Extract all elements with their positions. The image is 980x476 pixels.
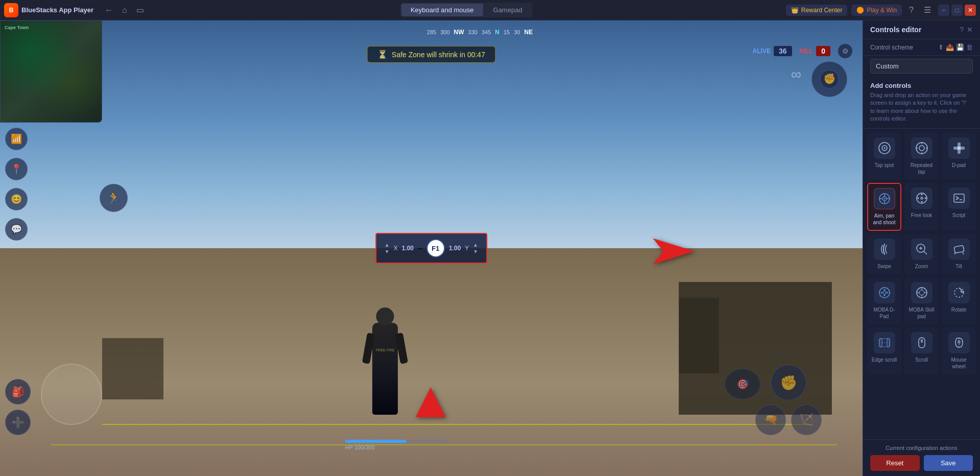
arrow-up-x: ▲ [385,242,390,248]
tab-keyboard-mouse[interactable]: Keyboard and mouse [401,4,483,16]
svg-rect-9 [958,147,961,150]
add-controls-title: Add controls [870,82,973,89]
scheme-select[interactable]: Custom [870,59,973,74]
character: FREE FIRE [362,323,408,425]
maximize-button[interactable]: □ [951,5,963,16]
minimize-button[interactable]: − [938,5,949,16]
kill-value: 0 [816,46,830,56]
control-dpad[interactable]: D-pad [942,133,976,180]
y-label: Y [465,245,469,252]
building-left [102,338,163,399]
joystick-area[interactable] [41,364,102,425]
export-icon[interactable]: 📤 [946,43,954,51]
config-label: Current configuration actions [870,445,973,451]
key-badge: F1 [426,239,445,257]
panel-header-icons: ? ✕ [960,26,973,34]
alive-label: ALIVE [753,47,771,55]
location-icon[interactable]: 📍 [5,158,28,180]
moba-skill-icon [911,282,933,303]
edge-scroll-icon [874,332,895,353]
swipe-label: Swipe [877,263,891,270]
infinity-icon: ∞ [791,66,801,83]
safe-zone-icon: ⏳ [377,50,388,59]
control-repeated-tap[interactable]: Repeated tap [904,133,939,180]
minimap-label: Cape Town [5,25,29,30]
aim-arrows-left: ▲ ▼ [385,242,390,254]
alive-value: 36 [774,46,792,56]
play-win-button[interactable]: 🟠 Play & Win [851,5,902,16]
help-icon[interactable]: ? [960,26,964,34]
svg-point-4 [883,147,885,149]
save-scheme-icon[interactable]: 💾 [956,43,964,51]
gun-button[interactable]: 🔫 [755,404,786,435]
crouch-button[interactable]: 🏹 [791,404,822,435]
home-button[interactable]: ⌂ [119,4,130,17]
control-moba-skill[interactable]: MOBA Skill pad [904,277,939,324]
moba-dpad-label: MOBA D-Pad [870,306,899,320]
hp-fill [345,440,407,443]
controls-grid: Tap spot Repeated tap [863,129,980,439]
chat-icon[interactable]: 💬 [5,218,28,241]
moba-dpad-icon [874,282,895,303]
swipe-icon [874,239,895,260]
tilt-label: Tilt [955,263,962,270]
svg-rect-31 [887,339,890,347]
control-script[interactable]: Script [942,183,976,231]
repeated-tap-label: Repeated tap [907,162,936,175]
close-button[interactable]: ✕ [965,5,976,16]
control-mouse-wheel[interactable]: Mouse wheel [942,327,976,374]
control-swipe[interactable]: Swipe [867,234,901,274]
aim-shoot-widget[interactable]: ▲ ▼ X 1.00 – F1 1.00 Y ▲ ▼ [375,233,487,264]
control-tilt[interactable]: Tilt [942,234,976,274]
action-row-2: 🔫 🏹 [755,404,822,435]
save-button[interactable]: Save [924,455,973,471]
sniper-btn-1[interactable]: 🎯 [725,369,760,399]
free-look-icon [911,187,933,209]
control-tap-spot[interactable]: Tap spot [867,133,901,180]
control-scroll[interactable]: Scroll [904,327,939,374]
action-row-1: ✊ [771,365,806,400]
back-button[interactable]: ← [102,4,116,17]
bag-button[interactable]: 🎒 [5,379,31,404]
control-edge-scroll[interactable]: Edge scroll [867,327,901,374]
app-logo: B [4,3,18,17]
mouse-wheel-icon [948,332,970,353]
fist-button[interactable]: ✊ [811,61,847,97]
multiinstance-button[interactable]: ▭ [133,3,147,17]
control-moba-dpad[interactable]: MOBA D-Pad [867,277,901,324]
safe-zone-banner: ⏳ Safe Zone will shrink in 00:47 [367,46,496,63]
add-controls-section: Add controls Drag and drop an action on … [863,77,980,129]
control-rotate[interactable]: Rotate [942,277,976,324]
attack-button[interactable]: ✊ [771,365,806,400]
kill-stat: KILL 0 [800,46,830,56]
delete-scheme-icon[interactable]: 🗑 [966,43,973,51]
emoji-icon[interactable]: 😊 [5,188,28,210]
medkit-button[interactable]: ➕ [5,410,31,435]
aim-arrows-right: ▲ ▼ [473,242,478,254]
mouse-wheel-label: Mouse wheel [944,356,973,370]
wifi-icon[interactable]: 📶 [5,128,28,150]
main-area: Cape Town 285 300 NW 330 345 N 15 30 NE … [0,20,980,476]
reset-button[interactable]: Reset [870,455,920,471]
svg-rect-30 [879,339,882,347]
hud-left: 📶 📍 😊 💬 [5,128,28,241]
tap-spot-label: Tap spot [875,162,894,169]
arrow-down-x: ▼ [385,249,390,254]
panel-close-icon[interactable]: ✕ [967,26,973,34]
panel-header: Controls editor ? ✕ [863,20,980,39]
help-button[interactable]: ? [906,4,917,17]
upload-icon[interactable]: ⬆ [938,43,944,51]
settings-icon[interactable]: ⚙ [838,44,852,58]
right-buttons: 👑 Reward Center 🟠 Play & Win ? ☰ − □ ✕ [786,3,976,17]
reward-center-button[interactable]: 👑 Reward Center [786,5,848,16]
control-aim-pan-shoot[interactable]: Aim, pan and shoot [867,183,901,231]
run-icon[interactable]: 🏃 [100,184,128,212]
control-zoom[interactable]: Zoom [904,234,939,274]
tab-gamepad[interactable]: Gamepad [484,4,532,16]
control-free-look[interactable]: Free look [904,183,939,231]
menu-button[interactable]: ☰ [921,3,934,17]
minimap-inner [1,21,102,122]
controls-panel: Controls editor ? ✕ Control scheme ⬆ 📤 💾… [863,20,980,476]
dpad-label: D-pad [952,162,966,169]
game-view: Cape Town 285 300 NW 330 345 N 15 30 NE … [0,20,863,476]
